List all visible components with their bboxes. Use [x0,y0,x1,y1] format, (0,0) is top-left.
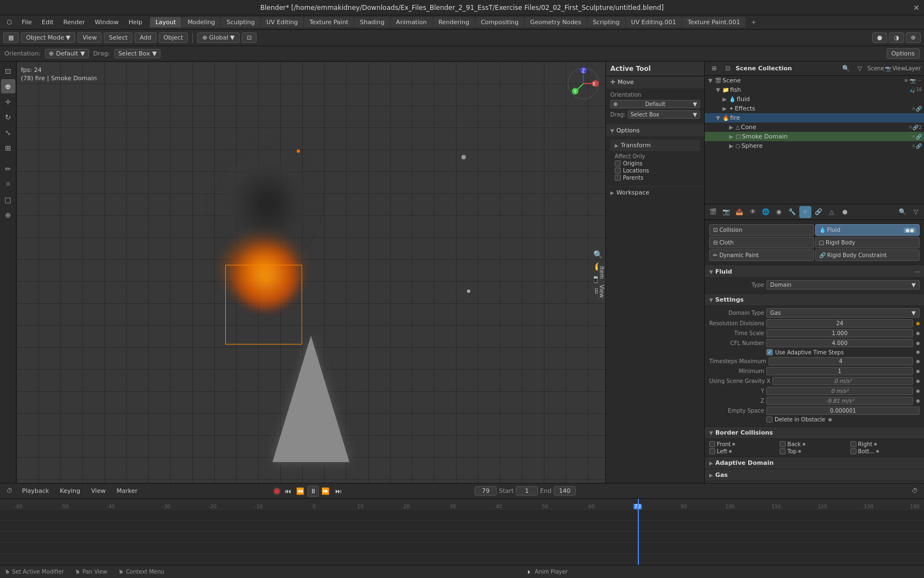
navigation-gizmo[interactable]: X Y Z [567,67,600,100]
close-button[interactable]: ✕ [913,3,920,12]
adaptive-domain-title[interactable]: ▶ Adaptive Domain [705,457,924,469]
add-cube-tool[interactable]: □ [1,192,15,207]
timeline-marker[interactable]: Marker [112,486,142,496]
menu-file[interactable]: File [18,18,36,27]
timeline-playback[interactable]: Playback [18,486,53,496]
rigid-body-modifier-btn[interactable]: □ Rigid Body [815,237,920,248]
tree-item-fish[interactable]: ▼ 📁 fish 🎣 16 [705,85,924,95]
scale-tool[interactable]: ⤡ [1,125,15,140]
right-border[interactable]: Right [850,441,920,447]
scene-camera-icon[interactable]: 📷 [910,78,916,84]
select-box-tool[interactable]: ⊡ [1,64,15,78]
object-menu[interactable]: Object [159,32,188,43]
move-tool[interactable]: ✛ [1,95,15,109]
timeline-type-icon[interactable]: ⏱ [3,485,15,497]
pause-button[interactable]: ⏸ [308,486,319,497]
move-header[interactable]: ✛ Move [606,76,704,88]
options-button[interactable]: Options [887,48,920,59]
current-frame[interactable]: 79 [475,486,497,496]
scene-dots-icon[interactable]: ··· [917,78,922,84]
border-collisions-title[interactable]: ▼ Border Collisions [705,427,924,439]
properties-constraint-icon[interactable]: 🔗 [812,206,825,218]
timeline-track[interactable]: -60 -50 -40 -30 -20 -10 0 10 20 30 40 50… [0,499,924,565]
properties-world-icon[interactable]: 🌐 [760,206,772,218]
menu-help[interactable]: Help [124,18,147,27]
rotate-tool[interactable]: ↻ [1,110,15,124]
measure-tool[interactable]: ⌗ [1,177,15,191]
properties-modifier-icon[interactable]: 🔧 [786,206,798,218]
origins-checkbox[interactable] [615,160,621,166]
add-workspace-button[interactable]: + [747,17,760,27]
orientation-dropdown[interactable]: ⊕ Default ▼ [45,49,89,58]
menu-edit[interactable]: Edit [37,18,58,27]
properties-search-icon[interactable]: 🔍 [897,206,909,218]
tree-item-sphere[interactable]: ▶ ○ Sphere ⚛🔗 [705,141,924,151]
drag-panel-dropdown[interactable]: Select Box ▼ [628,110,700,119]
viewport-shading-rendered[interactable]: ◑ [889,32,904,43]
time-scale-value[interactable]: 1.000 [766,329,913,337]
back-checkbox[interactable] [780,441,786,447]
timeline-sync-icon[interactable]: ⏱ [909,485,921,497]
viewport-shading-solid[interactable]: ● [872,32,888,43]
top-border[interactable]: Top [780,448,849,454]
timestep-max-value[interactable]: 4 [769,357,913,365]
fluid-modifier-btn[interactable]: 💧 Fluid ●● [815,224,920,236]
end-frame[interactable]: 140 [554,486,576,496]
drag-dropdown[interactable]: Select Box ▼ [114,49,160,58]
right-checkbox[interactable] [850,441,856,447]
workspace-layout[interactable]: Layout [150,17,181,27]
workspace-section[interactable]: ▶ Workspace [606,187,704,198]
jump-prev-button[interactable]: ⏪ [295,486,306,497]
options-panel-header[interactable]: ▼ Options [606,125,704,136]
mode-selector[interactable]: Object Mode ▼ [21,32,75,43]
snap-button[interactable]: ⊡ [242,32,257,43]
timestep-min-value[interactable]: 1 [766,367,913,375]
settings-section-title[interactable]: ▼ Settings [705,294,924,306]
domain-type-dropdown[interactable]: Gas ▼ [766,308,920,318]
collision-modifier-btn[interactable]: ⊡ Collision [709,224,814,236]
tree-item-effects[interactable]: ▶ ✦ Effects ⚛🔗 [705,104,924,113]
delete-obstacle-checkbox[interactable] [766,416,772,423]
tree-item-smoke[interactable]: ▶ □ Smoke Domain ⚛🔗 [705,132,924,141]
view-menu[interactable]: View [77,32,102,43]
tree-item-fire[interactable]: ▼ 🔥 fire [705,113,924,123]
view-tab[interactable]: View [598,281,605,301]
transform-row[interactable]: ▶ Transform [610,140,700,151]
workspace-texture-paint[interactable]: Texture Paint [304,17,354,27]
3d-viewport[interactable]: ⊕ fps: 24 (78) fire | Smoke Domain X [16,62,605,483]
workspace-sculpting[interactable]: Sculpting [221,17,260,27]
workspace-modeling[interactable]: Modeling [182,17,220,27]
resolution-value[interactable]: 24 [766,319,913,327]
orientation-panel-dropdown[interactable]: ⊕ Default ▼ [610,100,700,108]
rigid-body-constraint-btn[interactable]: 🔗 Rigid Body Constraint [815,249,920,261]
workspace-rendering[interactable]: Rendering [433,17,475,27]
scene-tab[interactable]: Scene [867,65,884,71]
properties-render-icon[interactable]: 📷 [720,206,732,218]
workspace-animation[interactable]: Animation [391,17,432,27]
playhead[interactable] [638,499,639,565]
timeline-keying[interactable]: Keying [55,486,85,496]
properties-data-icon[interactable]: △ [826,206,838,218]
empty-space-value[interactable]: 0.000001 [766,407,920,415]
menu-render[interactable]: Render [59,18,89,27]
scene-eye-icon[interactable]: 👁 [904,78,909,84]
transform-tool[interactable]: ⊞ [1,141,15,155]
editor-type-button[interactable]: ▦ [3,32,19,43]
outliner-search-btn[interactable]: 🔍 [840,63,852,75]
properties-object-icon[interactable]: ◉ [773,206,785,218]
parents-checkbox[interactable] [615,175,621,181]
workspace-uv2[interactable]: UV Editing.001 [626,17,682,27]
dynamic-paint-modifier-btn[interactable]: ✏ Dynamic Paint [709,249,814,261]
cloth-modifier-btn[interactable]: ⊟ Cloth [709,237,814,248]
workspace-tp2[interactable]: Texture Paint.001 [682,17,745,27]
timeline-view[interactable]: View [87,486,110,496]
back-border[interactable]: Back [780,441,849,447]
annotate-tool[interactable]: ✏ [1,162,15,176]
properties-output-icon[interactable]: 📤 [733,206,745,218]
select-menu[interactable]: Select [104,32,132,43]
workspace-compositing[interactable]: Compositing [475,17,524,27]
properties-filter-icon[interactable]: ▽ [910,206,922,218]
viewlayer-tab[interactable]: ViewLayer [892,65,921,71]
menu-window[interactable]: Window [91,18,123,27]
left-border[interactable]: Left [709,448,778,454]
